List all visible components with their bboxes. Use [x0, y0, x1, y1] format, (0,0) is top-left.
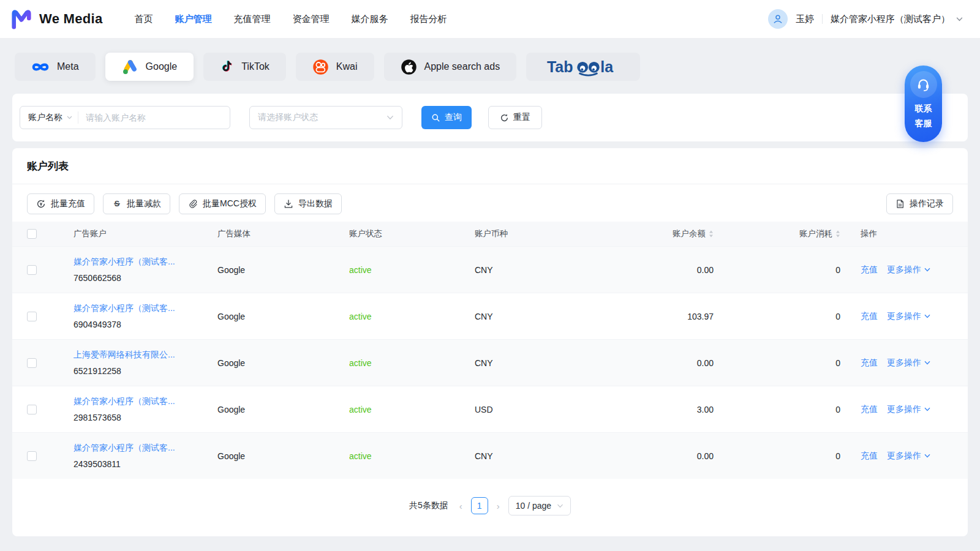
account-name-link[interactable]: 媒介管家小程序（测试客...: [74, 303, 211, 314]
status-badge: active: [349, 405, 475, 414]
more-actions-link[interactable]: 更多操作: [887, 451, 930, 462]
pagination: 共5条数据 ‹ 1 › 10 / page: [12, 479, 968, 536]
svg-text:la: la: [600, 58, 614, 75]
tab-google[interactable]: Google: [105, 53, 194, 81]
search-button[interactable]: 查询: [421, 106, 472, 129]
account-id: 2439503811: [74, 459, 217, 469]
brand-logo[interactable]: We Media: [10, 9, 102, 29]
more-actions-link[interactable]: 更多操作: [887, 358, 930, 369]
account-id: 7650662568: [74, 273, 217, 283]
recharge-link[interactable]: 充值: [861, 451, 878, 462]
document-icon: [895, 199, 905, 209]
balance-cell: 3.00: [616, 405, 714, 414]
account-name-filter: 账户名称: [20, 106, 230, 129]
currency-cell: CNY: [475, 358, 616, 368]
media-cell: Google: [217, 451, 349, 461]
row-checkbox[interactable]: [27, 265, 37, 275]
export-data-button[interactable]: 导出数据: [274, 193, 342, 214]
reset-label: 重置: [513, 112, 530, 123]
taboola-logo: Tab la: [543, 56, 624, 77]
media-cell: Google: [217, 312, 349, 321]
user-name: 玉婷: [796, 13, 814, 25]
media-cell: Google: [217, 265, 349, 275]
nav-item[interactable]: 资金管理: [292, 13, 329, 25]
bulk-recharge-button[interactable]: 批量充值: [27, 193, 94, 214]
recharge-link[interactable]: 充值: [861, 404, 878, 415]
media-cell: Google: [217, 358, 349, 368]
tab-kwai[interactable]: Kwai: [296, 53, 374, 81]
account-name-link[interactable]: 媒介管家小程序（测试客...: [74, 443, 211, 454]
nav-item[interactable]: 账户管理: [175, 13, 211, 25]
currency-cell: CNY: [475, 265, 616, 275]
more-actions-label: 更多操作: [887, 451, 921, 462]
balance-sort-icon[interactable]: [709, 230, 714, 238]
row-checkbox[interactable]: [27, 405, 37, 414]
chevron-down-icon: [557, 504, 564, 508]
page-number[interactable]: 1: [471, 497, 488, 514]
account-cell: 媒介管家小程序（测试客... 7650662568: [74, 257, 217, 283]
total-count: 共5条数据: [409, 500, 448, 511]
chevron-down-icon: [924, 314, 930, 318]
currency-cell: CNY: [475, 312, 616, 321]
nav-item[interactable]: 媒介服务: [351, 13, 388, 25]
tab-meta[interactable]: Meta: [15, 53, 96, 81]
status-badge: active: [349, 358, 475, 368]
status-placeholder: 请选择账户状态: [258, 112, 318, 123]
balance-cell: 0.00: [616, 265, 714, 275]
header-divider: [822, 14, 823, 24]
tab-taboola[interactable]: Tab la: [526, 53, 640, 81]
operation-records-label: 操作记录: [910, 198, 944, 209]
main-nav: 首页 账户管理 充值管理 资金管理 媒介服务 报告分析: [134, 13, 447, 25]
balance-cell: 103.97: [616, 312, 714, 321]
reset-button[interactable]: 重置: [488, 106, 542, 129]
contact-support-button[interactable]: 联系 客服: [905, 66, 942, 142]
row-checkbox[interactable]: [27, 312, 37, 321]
bulk-mcc-button[interactable]: 批量MCC授权: [179, 193, 266, 214]
brand-name: We Media: [39, 11, 102, 27]
bulk-deduct-button[interactable]: S 批量减款: [103, 193, 170, 214]
page-size-select[interactable]: 10 / page: [508, 496, 571, 515]
more-actions-link[interactable]: 更多操作: [887, 264, 930, 276]
avatar[interactable]: [768, 9, 788, 29]
more-actions-label: 更多操作: [887, 404, 921, 415]
nav-item[interactable]: 报告分析: [410, 13, 447, 25]
tab-label: TikTok: [241, 61, 270, 72]
filter-bar: 账户名称 请选择账户状态 查询: [12, 94, 968, 141]
next-page-button[interactable]: ›: [496, 501, 501, 511]
operation-records-button[interactable]: 操作记录: [886, 193, 953, 214]
spend-cell: 0: [714, 358, 840, 368]
account-name-link[interactable]: 媒介管家小程序（测试客...: [74, 396, 211, 407]
paperclip-icon: [188, 199, 198, 209]
tab-label: Meta: [57, 61, 79, 72]
account-id: 6521912258: [74, 366, 217, 376]
spend-sort-icon[interactable]: [835, 230, 840, 238]
nav-item[interactable]: 首页: [134, 13, 153, 25]
row-checkbox[interactable]: [27, 358, 37, 368]
bulk-deduct-icon: S: [112, 199, 122, 209]
account-cell: 媒介管家小程序（测试客... 2981573658: [74, 396, 217, 422]
account-name-input[interactable]: [78, 113, 230, 122]
account-name-link[interactable]: 媒介管家小程序（测试客...: [74, 257, 211, 268]
filter-field-select[interactable]: 账户名称: [20, 112, 78, 123]
account-status-select[interactable]: 请选择账户状态: [249, 106, 402, 129]
bulk-mcc-label: 批量MCC授权: [203, 198, 257, 209]
account-name-link[interactable]: 上海爱蒂网络科技有限公...: [74, 350, 211, 361]
account-cell: 媒介管家小程序（测试客... 2439503811: [74, 443, 217, 469]
chevron-down-icon: [386, 115, 394, 120]
account-cell: 媒介管家小程序（测试客... 6904949378: [74, 303, 217, 329]
prev-page-button[interactable]: ‹: [458, 501, 464, 511]
spend-cell: 0: [714, 265, 840, 275]
currency-cell: USD: [475, 405, 616, 414]
tab-apple-search-ads[interactable]: Apple search ads: [384, 53, 517, 81]
tab-tiktok[interactable]: TikTok: [203, 53, 286, 81]
recharge-link[interactable]: 充值: [861, 264, 878, 276]
user-area: 玉婷 媒介管家小程序（测试客户）: [768, 9, 963, 29]
nav-item[interactable]: 充值管理: [233, 13, 270, 25]
recharge-link[interactable]: 充值: [861, 311, 878, 322]
more-actions-link[interactable]: 更多操作: [887, 311, 930, 322]
recharge-link[interactable]: 充值: [861, 358, 878, 369]
more-actions-link[interactable]: 更多操作: [887, 404, 930, 415]
org-switcher[interactable]: 媒介管家小程序（测试客户）: [831, 13, 963, 25]
select-all-checkbox[interactable]: [27, 229, 37, 239]
row-checkbox[interactable]: [27, 451, 37, 461]
